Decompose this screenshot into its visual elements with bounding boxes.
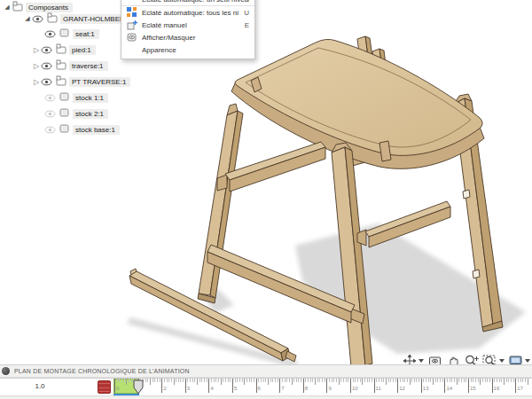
- menu-item-eclate-manuel[interactable]: Eclaté manuel E: [121, 19, 254, 31]
- expander-icon[interactable]: ▷: [32, 78, 41, 86]
- playhead-pin[interactable]: [132, 379, 145, 395]
- eye-visible-icon[interactable]: [41, 42, 52, 58]
- menu-item-afficher-masquer[interactable]: Afficher/Masquer: [121, 31, 254, 43]
- appearance-icon: [127, 44, 137, 55]
- exploded-auto-icon: [127, 0, 137, 4]
- timeline-ruler[interactable]: 01234567891011121314151617: [0, 378, 532, 396]
- eye-hidden-icon[interactable]: [44, 90, 56, 106]
- component-icon: [12, 0, 23, 15]
- tree-row-pied[interactable]: ▷ pied:1: [32, 43, 96, 57]
- tree-row-stock-2[interactable]: stock 2:1: [44, 106, 108, 121]
- body-icon: [59, 106, 70, 121]
- caret-down-icon[interactable]: [499, 359, 505, 363]
- component-icon: [55, 42, 66, 58]
- eye-hidden-icon[interactable]: [44, 106, 56, 121]
- tree-item-label[interactable]: PT TRAVERSE:1: [69, 77, 130, 87]
- timeline-bottom-strip: [0, 395, 532, 399]
- tree-row-seat[interactable]: seat:1: [44, 27, 99, 41]
- expander-icon[interactable]: ▷: [32, 62, 41, 70]
- exploded-all-levels-icon: [127, 7, 137, 18]
- tree-row-traverse[interactable]: ▷ traverse:1: [32, 59, 108, 73]
- component-icon: [55, 58, 66, 74]
- timeline: 1.0 01234567891011121314151617: [0, 378, 532, 395]
- timeline-header[interactable]: PLAN DE MONTAGE CHRONOLOGIQUE DE L'ANIMA…: [0, 364, 532, 378]
- shortcut-key: E: [245, 21, 249, 29]
- eye-visible-icon[interactable]: [41, 58, 52, 74]
- body-icon: [59, 90, 70, 106]
- seat: [231, 39, 484, 168]
- tree-item-label[interactable]: traverse:1: [69, 61, 108, 71]
- tree-row-stock-base[interactable]: stock base:1: [44, 122, 120, 137]
- component-icon: [55, 74, 66, 90]
- body-icon: [59, 121, 70, 137]
- exploded-manual-icon: [127, 20, 137, 30]
- tree-item-label[interactable]: stock 1:1: [73, 93, 108, 103]
- tree-row-stock-1[interactable]: stock 1:1: [44, 90, 108, 105]
- menu-item-apparence[interactable]: Apparence: [121, 43, 254, 56]
- eye-hidden-icon[interactable]: [44, 121, 56, 137]
- menu-item-eclate-auto-un-niveau[interactable]: Eclaté automatique: un seul niveau: [121, 0, 254, 6]
- tree-item-label[interactable]: stock 2:1: [73, 109, 108, 119]
- caret-down-icon[interactable]: [525, 359, 530, 363]
- eye-visible-icon[interactable]: [41, 74, 52, 90]
- caret-down-icon[interactable]: [419, 359, 424, 363]
- expander-icon[interactable]: ◢: [3, 4, 12, 11]
- body-icon: [59, 26, 70, 42]
- shortcut-key: U: [244, 9, 249, 17]
- timeline-panel-icon: [2, 367, 10, 375]
- show-hide-icon: [127, 32, 137, 43]
- tree-item-label[interactable]: seat:1: [73, 29, 99, 39]
- expander-icon[interactable]: ▷: [32, 46, 41, 54]
- viewport: ◢ Composants ◢ GRANT-HOLMBER seat:1: [0, 0, 532, 399]
- eye-visible-icon[interactable]: [44, 26, 56, 42]
- expander-icon[interactable]: ◢: [23, 15, 32, 22]
- eye-visible-icon[interactable]: [32, 11, 43, 27]
- timeline-title: PLAN DE MONTAGE CHRONOLOGIQUE DE L'ANIMA…: [14, 368, 190, 374]
- component-icon: [46, 11, 58, 27]
- tree-row-grant-holmberg[interactable]: ◢ GRANT-HOLMBER: [23, 12, 129, 26]
- tree-item-label[interactable]: pied:1: [69, 45, 96, 55]
- tree-item-label[interactable]: stock base:1: [73, 125, 120, 135]
- context-menu: Eclaté automatique: un seul niveau Eclat…: [121, 0, 255, 59]
- tree-item-label[interactable]: GRANT-HOLMBER: [60, 14, 129, 24]
- menu-item-eclate-auto-tous-niveaux[interactable]: Eclaté automatique: tous les niveaux U: [121, 6, 254, 19]
- tree-row-pt-traverse[interactable]: ▷ PT TRAVERSE:1: [32, 74, 130, 89]
